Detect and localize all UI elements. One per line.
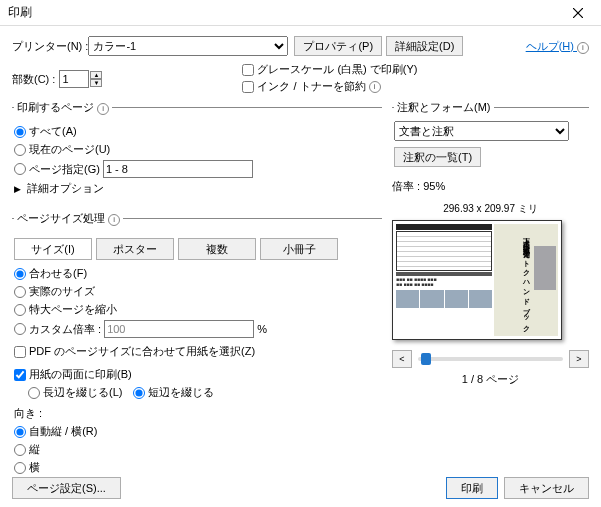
annot-legend: 注釈とフォーム(M) <box>394 100 494 115</box>
preview-next-button[interactable]: > <box>569 350 589 368</box>
size-shrink-radio[interactable] <box>14 304 26 316</box>
pages-current-label: 現在のページ(U) <box>29 142 110 157</box>
save-ink-label: インク / トナーを節約 <box>257 79 365 94</box>
pages-legend: 印刷するページ <box>17 101 94 113</box>
tab-size[interactable]: サイズ(I) <box>14 238 92 260</box>
close-icon <box>573 8 583 18</box>
chevron-right-icon[interactable]: ▶ <box>14 184 21 194</box>
copies-input[interactable] <box>59 70 89 88</box>
zoom-value: 95% <box>423 180 445 192</box>
bind-short-radio[interactable] <box>133 387 145 399</box>
slider-thumb[interactable] <box>421 353 431 365</box>
size-custom-input <box>104 320 254 338</box>
pages-all-label: すべて(A) <box>29 124 77 139</box>
pages-range-input[interactable] <box>103 160 253 178</box>
paper-source-checkbox[interactable] <box>14 346 26 358</box>
page-setup-button[interactable]: ページ設定(S)... <box>12 477 121 499</box>
info-icon[interactable]: i <box>108 214 120 226</box>
preview-slider[interactable] <box>418 357 563 361</box>
help-icon: i <box>577 42 589 54</box>
page-indicator: 1 / 8 ページ <box>392 372 589 387</box>
bind-short-label: 短辺を綴じる <box>148 385 214 400</box>
orient-portrait-label: 縦 <box>29 442 40 457</box>
pages-range-label: ページ指定(G) <box>29 162 100 177</box>
orient-landscape-label: 横 <box>29 460 40 475</box>
size-fit-label: 合わせる(F) <box>29 266 87 281</box>
size-custom-radio[interactable] <box>14 323 26 335</box>
size-actual-label: 実際のサイズ <box>29 284 95 299</box>
duplex-checkbox[interactable] <box>14 369 26 381</box>
orient-landscape-radio[interactable] <box>14 462 26 474</box>
tab-booklet[interactable]: 小冊子 <box>260 238 338 260</box>
pages-range-radio[interactable] <box>14 163 26 175</box>
save-ink-checkbox[interactable] <box>242 81 254 93</box>
print-button[interactable]: 印刷 <box>446 477 498 499</box>
info-icon[interactable]: i <box>369 81 381 93</box>
size-legend: ページサイズ処理 <box>17 212 105 224</box>
close-button[interactable] <box>563 2 593 24</box>
print-preview: ■■■ ■■ ■■■■ ■■■■■ ■■■ ■■ ■■■■ 上下水道 防災・減災… <box>392 220 562 340</box>
copies-label: 部数(C) : <box>12 72 55 87</box>
annot-list-button[interactable]: 注釈の一覧(T) <box>394 147 481 167</box>
zoom-label: 倍率 : <box>392 180 420 192</box>
bind-long-label: 長辺を綴じる(L) <box>43 385 122 400</box>
advanced-settings-button[interactable]: 詳細設定(D) <box>386 36 463 56</box>
copies-spin-up[interactable]: ▲ <box>90 71 102 79</box>
grayscale-label: グレースケール (白黒) で印刷(Y) <box>257 62 417 77</box>
preview-dimensions: 296.93 x 209.97 ミリ <box>392 202 589 216</box>
help-link[interactable]: ヘルプ(H) i <box>526 39 589 54</box>
pages-advanced-label[interactable]: 詳細オプション <box>27 181 104 196</box>
cancel-button[interactable]: キャンセル <box>504 477 589 499</box>
tab-poster[interactable]: ポスター <box>96 238 174 260</box>
printer-select[interactable]: カラー-1 <box>88 36 288 56</box>
bind-long-radio[interactable] <box>28 387 40 399</box>
pages-current-radio[interactable] <box>14 144 26 156</box>
tab-multi[interactable]: 複数 <box>178 238 256 260</box>
size-shrink-label: 特大ページを縮小 <box>29 302 117 317</box>
copies-spin-down[interactable]: ▼ <box>90 79 102 87</box>
annot-select[interactable]: 文書と注釈 <box>394 121 569 141</box>
orient-auto-radio[interactable] <box>14 426 26 438</box>
orient-portrait-radio[interactable] <box>14 444 26 456</box>
pages-all-radio[interactable] <box>14 126 26 138</box>
preview-prev-button[interactable]: < <box>392 350 412 368</box>
window-title: 印刷 <box>8 4 32 21</box>
size-actual-radio[interactable] <box>14 286 26 298</box>
grayscale-checkbox[interactable] <box>242 64 254 76</box>
orient-auto-label: 自動縦 / 横(R) <box>29 424 97 439</box>
size-custom-label: カスタム倍率 : <box>29 322 101 337</box>
size-fit-radio[interactable] <box>14 268 26 280</box>
printer-label: プリンター(N) : <box>12 39 88 54</box>
properties-button[interactable]: プロパティ(P) <box>294 36 382 56</box>
duplex-label: 用紙の両面に印刷(B) <box>29 367 132 382</box>
percent-label: % <box>257 323 267 335</box>
paper-source-label: PDF のページサイズに合わせて用紙を選択(Z) <box>29 344 255 359</box>
info-icon[interactable]: i <box>97 103 109 115</box>
orientation-label: 向き : <box>14 406 380 421</box>
